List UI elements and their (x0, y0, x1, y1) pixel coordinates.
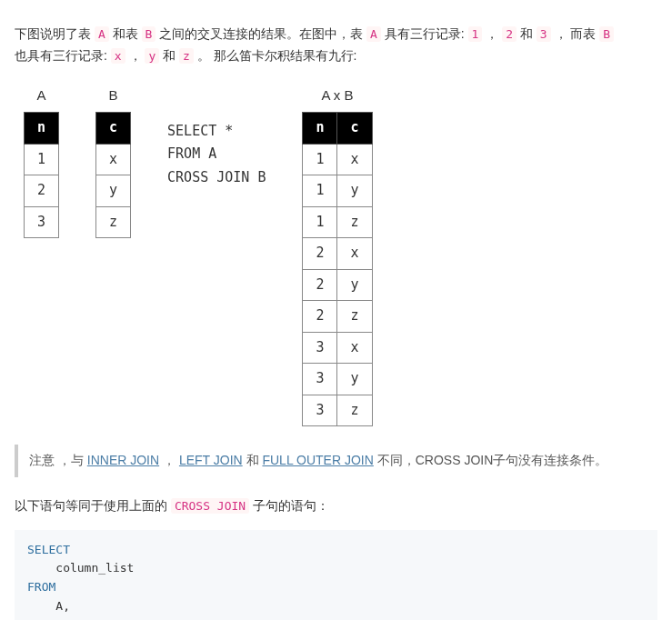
table-row: 3z (303, 395, 372, 426)
table-row: z (96, 206, 131, 238)
table-axb-header-n: n (303, 113, 337, 145)
table-b-wrap: B c x y z (95, 84, 131, 239)
code-1: 1 (468, 26, 483, 42)
table-b: c x y z (95, 112, 131, 238)
table-b-title: B (95, 84, 131, 107)
table-b-header: c (96, 113, 131, 145)
table-row: 1 (25, 144, 59, 175)
table-row: 1z (303, 206, 372, 238)
table-a-title: A (24, 84, 59, 107)
table-a-header: n (25, 113, 59, 145)
t: 和 (520, 26, 533, 41)
t: 和 (246, 453, 259, 467)
t: 。 那么笛卡尔积结果有九行: (197, 48, 357, 63)
t: 之间的交叉连接的结果。在图中，表 (159, 26, 363, 41)
code-b: B (142, 26, 156, 42)
t: 具有三行记录: (385, 26, 465, 41)
t: ， (129, 48, 142, 63)
code-x: x (111, 48, 125, 64)
t: 也具有三行记录: (15, 48, 107, 63)
link-left-join[interactable]: LEFT JOIN (179, 453, 243, 467)
table-row: 2 (25, 175, 59, 207)
code-line: column_list (27, 561, 134, 575)
code-3: 3 (537, 26, 551, 42)
t: 和表 (113, 26, 138, 41)
code-2: 2 (502, 26, 517, 42)
code-cross-join: CROSS JOIN (171, 498, 249, 514)
equiv-paragraph: 以下语句等同于使用上面的 CROSS JOIN 子句的语句： (15, 495, 657, 517)
t: 下图说明了表 (15, 26, 91, 41)
t: 子句的语句： (253, 498, 329, 513)
table-row: y (96, 175, 131, 207)
note-block: 注意 ，与 INNER JOIN ， LEFT JOIN 和 FULL OUTE… (15, 445, 657, 477)
t: 注意 ，与 (29, 453, 84, 467)
table-row: 2x (303, 238, 372, 270)
table-axb-title: A x B (302, 84, 372, 107)
t: 以下语句等同于使用上面的 (15, 498, 167, 513)
table-row: x (96, 144, 131, 175)
t: ， (486, 26, 498, 41)
code-y: y (145, 48, 159, 64)
table-row: 3 (25, 206, 59, 238)
table-axb-header-c: c (337, 113, 372, 145)
table-axb-wrap: A x B n c 1x 1y 1z 2x 2y 2z 3x 3y 3z (302, 84, 372, 427)
t: 不同，CROSS JOIN子句没有连接条件。 (377, 453, 608, 467)
table-row: 1x (303, 144, 372, 175)
code-a: A (95, 26, 109, 42)
t: 和 (163, 48, 176, 63)
intro-paragraph: 下图说明了表 A 和表 B 之间的交叉连接的结果。在图中，表 A 具有三行记录:… (15, 24, 657, 67)
table-row: 3x (303, 332, 372, 364)
link-full-outer-join[interactable]: FULL OUTER JOIN (262, 453, 373, 467)
table-row: 3y (303, 364, 372, 395)
t: ， (163, 453, 176, 467)
sql-codeblock: SELECT column_list FROM A, B;@51CTO博客 (15, 530, 657, 620)
code-a2: A (366, 26, 381, 42)
table-row: 2y (303, 269, 372, 301)
code-z: z (179, 48, 194, 64)
t: ， 而表 (555, 26, 597, 41)
table-row: 2z (303, 301, 372, 333)
code-b2: B (599, 26, 614, 42)
kw-select: SELECT (27, 543, 70, 556)
kw-from: FROM (27, 580, 55, 594)
sql-example: SELECT * FROM A CROSS JOIN B (167, 120, 266, 190)
table-axb: n c 1x 1y 1z 2x 2y 2z 3x 3y 3z (302, 112, 372, 426)
table-a: n 1 2 3 (24, 112, 59, 238)
code-line: A, (27, 599, 70, 613)
cross-join-diagram: A n 1 2 3 B c x y z SELECT * FROM A CROS… (24, 84, 657, 427)
link-inner-join[interactable]: INNER JOIN (87, 453, 159, 467)
table-row: 1y (303, 175, 372, 207)
table-a-wrap: A n 1 2 3 (24, 84, 59, 239)
